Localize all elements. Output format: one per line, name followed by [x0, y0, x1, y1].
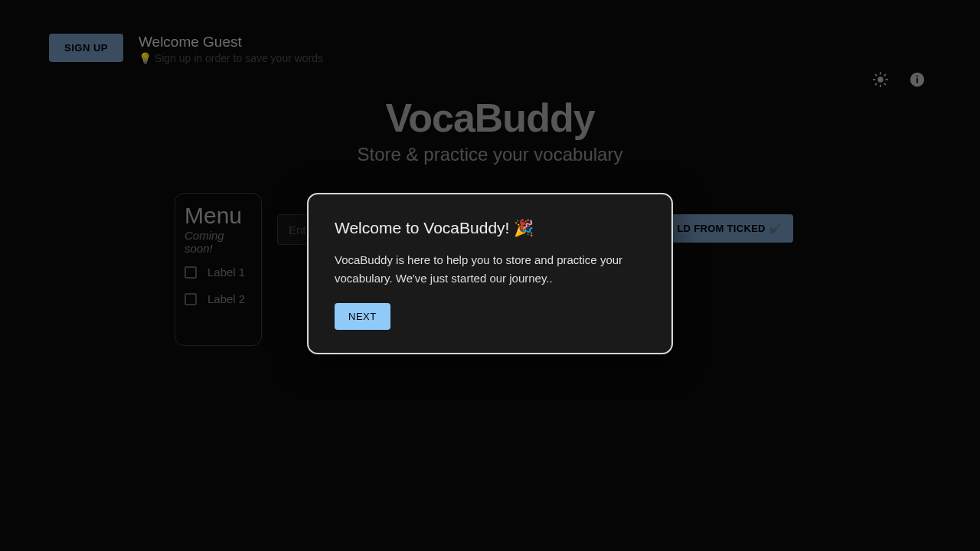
modal-body: VocaBuddy is here to help you to store a… [335, 251, 645, 288]
welcome-modal: Welcome to VocaBuddy! 🎉 VocaBuddy is her… [307, 193, 673, 354]
modal-title: Welcome to VocaBuddy! 🎉 [335, 219, 645, 237]
next-button[interactable]: NEXT [335, 303, 390, 330]
